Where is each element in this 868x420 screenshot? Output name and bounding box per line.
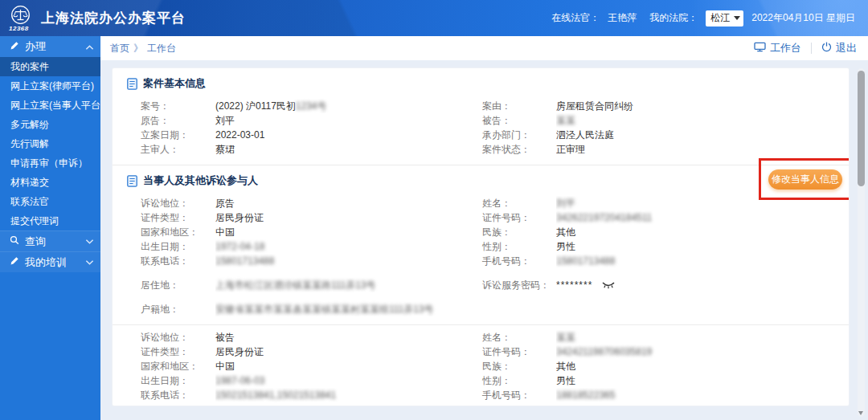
field-label: 联系电话：: [141, 254, 215, 268]
main-content: 案件基本信息 案号：(2022) 沪0117民初1234号案由：房屋租赁合同纠纷…: [100, 60, 868, 420]
field-label: 案由：: [482, 99, 556, 113]
sidebar-group-peixun[interactable]: 我的培训: [0, 251, 100, 272]
subbar-actions: 工作台 退出: [754, 41, 857, 55]
field-value: 中国: [215, 225, 482, 239]
field-value: [556, 292, 849, 316]
sidebar-item[interactable]: 多元解纷: [0, 115, 100, 134]
section-title-parties: 当事人及其他诉讼参与人: [113, 173, 849, 188]
header-date: 2022年04月10日 星期日: [751, 11, 855, 25]
page: 12368 上海法院办公办案平台 在线法官： 王艳萍 我的法院： 松江 2022…: [0, 0, 868, 420]
court-select[interactable]: 松江: [706, 10, 743, 27]
section-title-text: 当事人及其他诉讼参与人: [143, 173, 258, 188]
my-court-label: 我的法院：: [649, 11, 698, 25]
field-value: 中国: [215, 359, 482, 373]
party1-grid: 诉讼地位：原告姓名：刘平证件类型：居民身份证证件号码：3426221972041…: [113, 196, 849, 324]
scrollbar[interactable]: [858, 68, 865, 417]
field-value: 342622197204184511: [556, 210, 849, 225]
field-label: 民族：: [482, 359, 556, 373]
field-value: 被告: [215, 330, 482, 345]
field-label: 出生日期：: [141, 239, 215, 254]
scales-of-justice-icon: 12368: [10, 5, 34, 32]
sidebar-item[interactable]: 网上立案(律师平台): [0, 76, 100, 96]
field-value: ********: [556, 268, 849, 292]
field-value: 男性: [556, 239, 849, 254]
field-value: 1987-06-03: [215, 373, 482, 388]
sidebar-group-chaxun[interactable]: 查询: [0, 230, 100, 251]
field-value: 房屋租赁合同纠纷: [556, 99, 849, 113]
field-label: 姓名：: [482, 330, 556, 345]
field-label: 民族：: [482, 225, 556, 239]
field-label: 国家和地区：: [141, 359, 215, 373]
sidebar-item[interactable]: 材料递交: [0, 173, 100, 192]
pencil-icon: [10, 256, 19, 268]
sidebar-item[interactable]: 联系法官: [0, 192, 100, 211]
sidebar-item[interactable]: 先行调解: [0, 134, 100, 153]
field-value: 18818522365: [556, 388, 849, 402]
field-value: 15021513841,15021513841: [215, 388, 482, 402]
field-value: 某某: [556, 330, 849, 345]
field-label: 手机号码：: [482, 254, 556, 268]
document-icon: [127, 175, 137, 187]
sidebar-item[interactable]: 网上立案(当事人平台): [0, 96, 100, 115]
eye-closed-icon[interactable]: [602, 269, 615, 292]
breadcrumb: 首页 》 工作台: [110, 42, 176, 55]
field-label: 性别：: [482, 373, 556, 388]
breadcrumb-current: 工作台: [147, 42, 176, 55]
chevron-down-icon: [85, 235, 94, 247]
field-value: 其他: [556, 359, 849, 373]
subbar: 首页 》 工作台 工作台: [100, 36, 868, 60]
field-label: 性别：: [482, 239, 556, 254]
section-divider: [113, 165, 849, 165]
scrollbar-down-arrow[interactable]: [858, 411, 863, 415]
sidebar-item[interactable]: 我的案件: [0, 57, 100, 76]
field-label: 案号：: [141, 99, 215, 113]
breadcrumb-separator: 》: [133, 42, 143, 55]
monitor-icon: [754, 42, 766, 55]
field-value: 男性: [556, 373, 849, 388]
edit-party-info-button[interactable]: 修改当事人信息: [768, 169, 842, 190]
field-value: 某某: [556, 113, 849, 128]
search-icon: [10, 235, 19, 247]
sidebar-item[interactable]: 提交代理词: [0, 211, 100, 230]
scrollbar-thumb[interactable]: [858, 71, 865, 186]
field-value: 蔡珺: [215, 142, 482, 157]
logout-button[interactable]: 退出: [821, 41, 857, 55]
document-icon: [127, 78, 137, 90]
field-label: 居住地：: [141, 268, 215, 292]
field-value: 安徽省某某市某某县某某镇某某村某某组111弄13号: [215, 292, 482, 316]
field-label: 证件类型：: [141, 210, 215, 225]
annotation-highlight-box: 修改当事人信息: [759, 158, 849, 200]
field-value: 泗泾人民法庭: [556, 128, 849, 142]
header-user-info: 在线法官： 王艳萍 我的法院： 松江 2022年04月10日 星期日: [551, 10, 868, 27]
sidebar-group-banli[interactable]: 办理: [0, 36, 100, 57]
brand: 12368 上海法院办公办案平台: [0, 5, 186, 32]
section-title-text: 案件基本信息: [143, 76, 206, 91]
logout-label: 退出: [836, 41, 857, 55]
sidebar-group-label: 查询: [25, 234, 80, 249]
app-title: 上海法院办公办案平台: [41, 9, 186, 27]
field-label: 出生日期：: [141, 373, 215, 388]
vertical-divider: [811, 43, 812, 54]
sidebar-group-label: 我的培训: [25, 255, 80, 270]
online-judge-label: 在线法官：: [551, 11, 600, 25]
field-label: 原告：: [141, 113, 215, 128]
sidebar-items: 我的案件网上立案(律师平台)网上立案(当事人平台)多元解纷先行调解申请再审（申诉…: [0, 57, 100, 230]
app-header: 12368 上海法院办公办案平台 在线法官： 王艳萍 我的法院： 松江 2022…: [0, 0, 868, 36]
field-label: 证件号码：: [482, 345, 556, 359]
breadcrumb-home[interactable]: 首页: [110, 42, 129, 55]
power-icon: [821, 42, 832, 55]
field-value: 15801713488: [556, 254, 849, 268]
sidebar-item[interactable]: 申请再审（申诉）: [0, 153, 100, 173]
field-label: 姓名：: [482, 196, 556, 210]
field-value: 其他: [556, 225, 849, 239]
case-info-grid: 案号：(2022) 沪0117民初1234号案由：房屋租赁合同纠纷原告：刘平被告…: [113, 99, 849, 165]
field-label: 诉讼服务密码：: [482, 268, 556, 292]
field-label: 证件类型：: [141, 345, 215, 359]
field-value: 342421198706035819: [556, 345, 849, 359]
field-label: 诉讼地位：: [141, 330, 215, 345]
field-value: (2022) 沪0117民初1234号: [215, 99, 482, 113]
logo-number: 12368: [9, 25, 29, 32]
field-value: 刘平: [215, 113, 482, 128]
field-label: 立案日期：: [141, 128, 215, 142]
workbench-button[interactable]: 工作台: [754, 41, 801, 55]
